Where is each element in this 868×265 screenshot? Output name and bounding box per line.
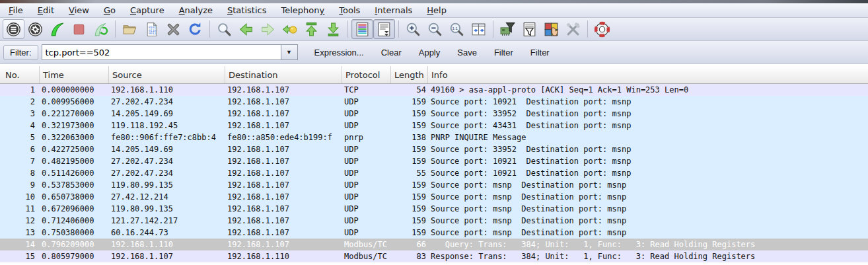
list-interfaces-button[interactable] [3,19,24,39]
column-header-time[interactable]: Time [40,66,109,83]
coloring-rules-button[interactable] [540,19,562,39]
menu-tools[interactable]: Tools [332,4,367,17]
cell-info: Query: Trans: 384; Unit: 1, Func: 3: Rea… [428,239,868,250]
filter-action-save[interactable]: Save [449,45,486,60]
packet-list-header: No.TimeSourceDestinationProtocolLengthIn… [0,66,868,84]
menu-edit[interactable]: Edit [30,4,61,17]
menu-telephony[interactable]: Telephony [273,4,332,17]
cell-no: 10 [0,191,40,203]
cell-length: 83 [391,250,428,262]
cell-protocol: UDP [342,108,391,120]
stop-capture-button[interactable] [68,19,90,39]
column-header-length[interactable]: Length [391,66,428,83]
filter-button[interactable]: Filter: [3,45,38,60]
packet-row-13[interactable]: 130.75038000060.16.244.73192.168.1.107UD… [0,227,868,239]
column-header-info[interactable]: Info [428,66,868,83]
cell-no: 13 [0,227,40,239]
cell-info: Source port: msnp Destination port: msnp [428,227,868,239]
cell-source: 27.202.47.234 [109,167,225,179]
toolbar-separator [347,20,348,38]
reload-file-button[interactable] [184,19,206,39]
preferences-button[interactable] [562,19,584,39]
restart-capture-button[interactable] [90,19,112,39]
menu-help[interactable]: Help [419,4,454,17]
go-to-packet-button[interactable] [279,19,301,39]
packet-row-4[interactable]: 40.321973000119.118.192.45192.168.1.107U… [0,120,868,132]
start-capture-icon [49,21,65,38]
restart-capture-icon [92,21,109,38]
menu-internals[interactable]: Internals [367,4,419,17]
packet-row-14[interactable]: 140.796209000192.168.1.110192.168.1.107M… [0,239,868,250]
cell-info: Source port: msnp Destination port: msnp [428,191,868,203]
filter-action-apply[interactable]: Apply [410,45,449,60]
packet-row-2[interactable]: 20.00995600027.202.47.234192.168.1.107UD… [0,96,868,108]
packet-row-1[interactable]: 10.000000000192.168.1.110192.168.1.107TC… [0,84,868,96]
capture-options-button[interactable] [24,19,46,39]
packet-row-7[interactable]: 70.48219500027.202.47.234192.168.1.107UD… [0,155,868,167]
cell-destination: 192.168.1.107 [225,239,342,250]
column-header-protocol[interactable]: Protocol [342,66,391,83]
cell-no: 6 [0,143,40,155]
capture-filters-button[interactable] [497,19,519,39]
save-file-button[interactable]: 010101100011 [141,19,163,39]
column-header-source[interactable]: Source [109,66,225,83]
cell-destination: 192.168.1.107 [225,215,342,227]
zoom-out-button[interactable] [424,19,446,39]
menu-capture[interactable]: Capture [123,4,172,17]
filter-action-filter[interactable]: Filter [486,45,522,60]
find-packet-button[interactable] [213,19,235,39]
go-to-last-button[interactable] [322,19,344,39]
menu-file[interactable]: File [1,4,30,17]
menu-view[interactable]: View [61,4,96,17]
packet-row-10[interactable]: 100.65073800027.42.12.214192.168.1.107UD… [0,191,868,203]
packet-row-3[interactable]: 30.22127000014.205.149.69192.168.1.107UD… [0,108,868,120]
column-header-no[interactable]: No. [0,66,40,83]
stop-capture-icon [71,21,87,38]
zoom-normal-icon: 1:1 [449,21,465,38]
help-button[interactable] [591,19,613,39]
cell-destination: 192.168.1.107 [225,120,342,132]
packet-row-11[interactable]: 110.672096000119.80.99.135192.168.1.107U… [0,203,868,215]
menu-analyze[interactable]: Analyze [172,4,220,17]
column-header-destination[interactable]: Destination [225,66,342,83]
capture-options-icon [27,21,44,38]
packet-row-8[interactable]: 80.51142600027.202.47.234192.168.1.107UD… [0,167,868,179]
cell-length: 159 [391,143,428,155]
cell-length: 159 [391,203,428,215]
filter-action-filter-2[interactable]: Filter [522,45,558,60]
go-forward-button[interactable] [257,19,279,39]
auto-scroll-button[interactable] [373,19,395,39]
filter-action-clear[interactable]: Clear [373,45,410,60]
go-to-first-button[interactable] [301,19,322,39]
go-back-button[interactable] [235,19,257,39]
cell-time: 0.000000000 [40,84,109,96]
filter-action-expression[interactable]: Expression... [306,45,373,60]
go-to-last-icon [325,21,342,38]
filter-input[interactable] [42,44,281,60]
cell-protocol: TCP [342,84,391,96]
zoom-normal-button[interactable]: 1:1 [446,19,468,39]
zoom-in-button[interactable] [402,19,424,39]
cell-protocol: UDP [342,215,391,227]
packet-row-9[interactable]: 90.537853000119.80.99.135192.168.1.107UD… [0,179,868,191]
packet-row-6[interactable]: 60.42272500014.205.149.69192.168.1.107UD… [0,143,868,155]
filter-dropdown-button[interactable]: ▼ [281,44,298,60]
go-back-icon [238,21,254,38]
resize-columns-button[interactable] [468,19,489,39]
menu-statistics[interactable]: Statistics [220,4,274,17]
cell-no: 3 [0,108,40,120]
display-filters-button[interactable] [519,19,540,39]
colorize-list-button[interactable] [351,19,373,39]
packet-row-5[interactable]: 50.322063000fe80::906f:ffe7:c8bb:4fe80::… [0,132,868,143]
close-file-button[interactable] [163,19,184,39]
toolbar-separator [115,20,116,38]
packet-row-15[interactable]: 150.805979000192.168.1.107192.168.1.110M… [0,250,868,262]
cell-protocol: Modbus/TC [342,239,391,250]
packet-list: 10.000000000192.168.1.110192.168.1.107TC… [0,84,868,262]
packet-row-12[interactable]: 120.712406000121.27.142.217192.168.1.107… [0,215,868,227]
open-file-button[interactable] [119,19,141,39]
go-to-packet-icon [281,21,298,38]
start-capture-button[interactable] [46,19,68,39]
menu-go[interactable]: Go [96,4,123,17]
cell-time: 0.221270000 [40,108,109,120]
